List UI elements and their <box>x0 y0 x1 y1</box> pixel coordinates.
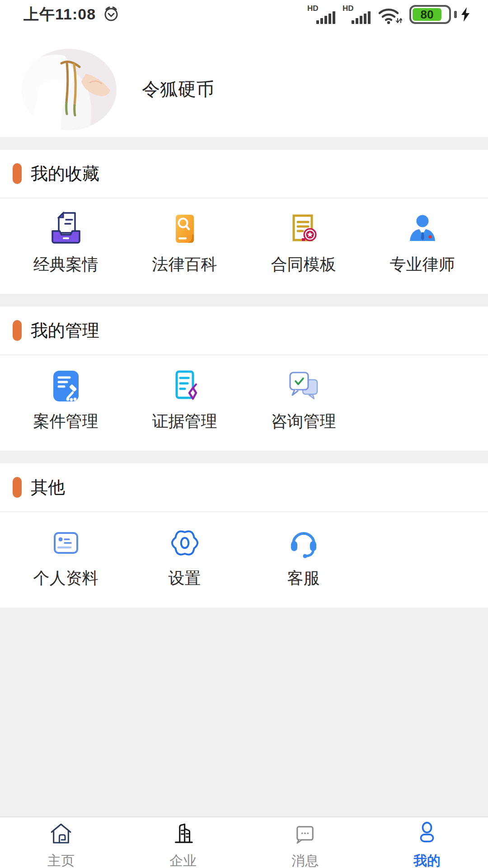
clock-text: 上午11:08 <box>23 4 96 25</box>
menu-item-label: 法律百科 <box>152 254 217 276</box>
wifi-icon <box>378 4 402 25</box>
contract-template-icon <box>286 211 322 247</box>
menu-item-contract-templates[interactable]: 合同模板 <box>244 211 363 276</box>
consultation-management-icon <box>286 368 322 404</box>
menu-item-settings[interactable]: 设置 <box>125 525 244 590</box>
tab-label: 我的 <box>413 852 441 868</box>
section-divider <box>0 137 488 150</box>
evidence-management-icon <box>167 368 203 404</box>
section-header: 其他 <box>0 463 488 512</box>
hd-signal-icon: HD <box>307 4 335 25</box>
menu-item-professional-lawyers[interactable]: 专业律师 <box>363 211 482 276</box>
section-title: 其他 <box>31 476 65 499</box>
menu-item-legal-encyclopedia[interactable]: 法律百科 <box>125 211 244 276</box>
section-divider <box>0 451 488 463</box>
background-filler <box>0 608 488 816</box>
charging-bolt-icon <box>460 7 471 22</box>
profile-header[interactable]: 令狐硬币 <box>0 29 488 137</box>
grid-spacer <box>363 525 482 590</box>
app-screen: 上午11:08 HD HD <box>0 0 488 868</box>
avatar[interactable] <box>22 49 117 130</box>
case-management-icon <box>48 368 84 404</box>
menu-item-label: 专业律师 <box>390 254 455 276</box>
battery-level-text: 80 <box>421 8 434 22</box>
orange-marker <box>13 320 22 341</box>
home-icon <box>48 821 74 849</box>
case-archive-icon <box>48 211 84 247</box>
section-title: 我的收藏 <box>31 162 99 185</box>
tab-mine[interactable]: 我的 <box>366 821 488 868</box>
settings-gear-icon <box>167 525 203 561</box>
menu-item-label: 设置 <box>169 567 201 590</box>
alarm-icon <box>102 5 120 24</box>
menu-item-label: 案件管理 <box>33 410 99 433</box>
law-encyclopedia-icon <box>167 211 203 247</box>
menu-item-label: 客服 <box>287 567 320 590</box>
tab-label: 主页 <box>47 852 75 868</box>
bottom-tab-bar: 主页 企业 <box>0 816 488 868</box>
tab-messages[interactable]: 消息 <box>244 821 366 868</box>
menu-item-label: 个人资料 <box>33 567 99 590</box>
menu-item-label: 经典案情 <box>33 254 99 276</box>
menu-item-label: 合同模板 <box>271 254 336 276</box>
menu-item-case-management[interactable]: 案件管理 <box>6 368 125 433</box>
profile-icon <box>414 821 440 849</box>
menu-item-classic-cases[interactable]: 经典案情 <box>6 211 125 276</box>
username-text: 令狐硬币 <box>142 77 214 102</box>
lawyer-icon <box>404 211 441 247</box>
battery-icon: 80 <box>409 4 471 25</box>
company-icon <box>170 821 196 849</box>
orange-marker <box>13 477 22 498</box>
section-favorites: 我的收藏 经典案情 <box>0 150 488 294</box>
section-header: 我的管理 <box>0 307 488 355</box>
section-other: 其他 个人资料 <box>0 463 488 608</box>
customer-service-icon <box>286 525 322 561</box>
status-icons: HD HD 80 <box>307 4 471 25</box>
hd-signal-icon: HD <box>343 4 371 25</box>
tab-home[interactable]: 主页 <box>0 821 122 868</box>
profile-card-icon <box>48 525 84 561</box>
tab-company[interactable]: 企业 <box>122 821 244 868</box>
status-bar: 上午11:08 HD HD <box>0 0 488 29</box>
section-management: 我的管理 案件管理 <box>0 307 488 451</box>
tab-label: 企业 <box>169 852 197 868</box>
grid-spacer <box>363 368 482 433</box>
section-title: 我的管理 <box>31 319 99 342</box>
menu-item-label: 咨询管理 <box>271 410 336 433</box>
section-header: 我的收藏 <box>0 150 488 198</box>
messages-icon <box>292 821 318 849</box>
section-divider <box>0 294 488 307</box>
menu-item-consultation-management[interactable]: 咨询管理 <box>244 368 363 433</box>
menu-item-evidence-management[interactable]: 证据管理 <box>125 368 244 433</box>
orange-marker <box>13 163 22 184</box>
menu-item-label: 证据管理 <box>152 410 217 433</box>
menu-item-personal-profile[interactable]: 个人资料 <box>6 525 125 590</box>
tab-label: 消息 <box>291 852 319 868</box>
menu-item-customer-service[interactable]: 客服 <box>244 525 363 590</box>
